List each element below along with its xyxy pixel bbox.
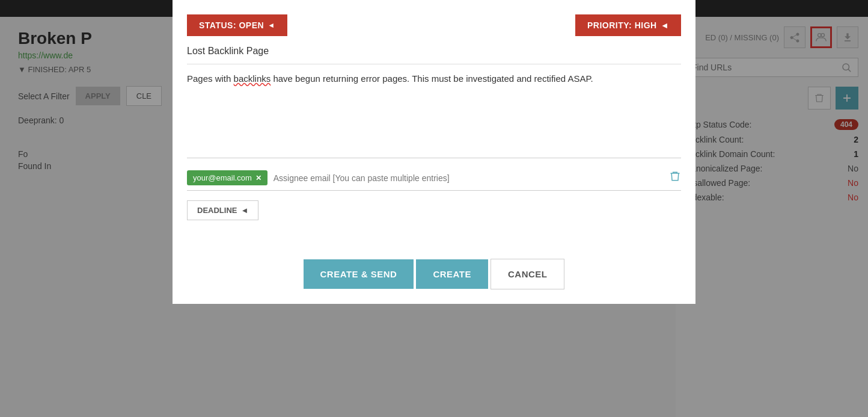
modal-dialog: STATUS: OPEN ◄ PRIORITY: HIGH ◄ Lost Bac… xyxy=(173,0,695,304)
status-arrow-icon: ◄ xyxy=(267,21,275,29)
email-tag: your@email.com ✕ xyxy=(187,170,267,185)
deadline-label: DEADLINE xyxy=(197,206,237,215)
task-title: Lost Backlink Page xyxy=(187,46,681,64)
description-part2: have begun returning error pages. This m… xyxy=(270,73,593,84)
modal-header: STATUS: OPEN ◄ PRIORITY: HIGH ◄ xyxy=(173,0,695,46)
assignee-input[interactable] xyxy=(274,173,664,183)
deadline-button[interactable]: DEADLINE ◄ xyxy=(187,200,258,220)
priority-arrow-icon: ◄ xyxy=(661,20,669,30)
assignee-trash-icon[interactable] xyxy=(669,170,681,185)
modal-body: Lost Backlink Page Pages with backlinks … xyxy=(173,46,695,249)
cancel-button[interactable]: CANCEL xyxy=(491,259,565,289)
status-label: STATUS: OPEN xyxy=(199,20,264,30)
notes-textarea[interactable] xyxy=(187,98,681,158)
status-button[interactable]: STATUS: OPEN ◄ xyxy=(187,14,287,36)
description-part1: Pages with xyxy=(187,73,234,84)
remove-email-icon[interactable]: ✕ xyxy=(255,174,261,182)
create-button[interactable]: CREATE xyxy=(416,259,488,289)
email-tag-text: your@email.com xyxy=(193,173,252,182)
assignee-row: your@email.com ✕ xyxy=(187,170,681,191)
priority-button[interactable]: PRIORITY: HIGH ◄ xyxy=(575,14,681,36)
priority-label: PRIORITY: HIGH xyxy=(587,20,657,30)
modal-description: Pages with backlinks have begun returnin… xyxy=(187,72,681,86)
deadline-arrow-icon: ◄ xyxy=(240,206,248,215)
description-link: backlinks xyxy=(234,73,271,84)
modal-footer: CREATE & SEND CREATE CANCEL xyxy=(173,249,695,304)
create-send-button[interactable]: CREATE & SEND xyxy=(304,259,414,289)
